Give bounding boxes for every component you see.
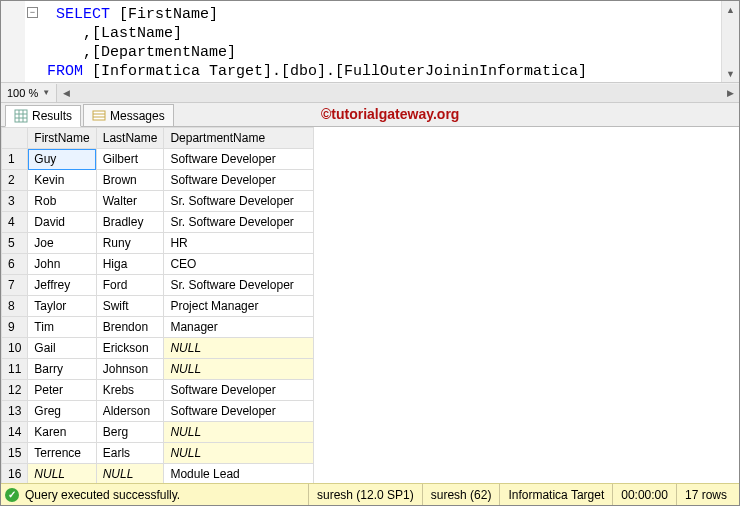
cell-firstname[interactable]: Tim	[28, 317, 96, 338]
editor-vertical-scrollbar[interactable]: ▲ ▼	[721, 1, 739, 83]
cell-department[interactable]: Module Lead	[164, 464, 314, 484]
cell-firstname[interactable]: Taylor	[28, 296, 96, 317]
table-row[interactable]: 9TimBrendonManager	[2, 317, 314, 338]
cell-lastname[interactable]: Gilbert	[96, 149, 164, 170]
row-number-header[interactable]	[2, 128, 28, 149]
editor-gutter	[1, 1, 25, 82]
cell-department[interactable]: Sr. Software Developer	[164, 191, 314, 212]
table-row[interactable]: 1GuyGilbertSoftware Developer	[2, 149, 314, 170]
cell-firstname[interactable]: Greg	[28, 401, 96, 422]
cell-firstname[interactable]: Guy	[28, 149, 96, 170]
zoom-level-selector[interactable]: 100 % ▼	[1, 87, 56, 99]
cell-lastname[interactable]: NULL	[96, 464, 164, 484]
cell-department[interactable]: HR	[164, 233, 314, 254]
cell-lastname[interactable]: Ford	[96, 275, 164, 296]
column-header-department[interactable]: DepartmentName	[164, 128, 314, 149]
code-fold-toggle[interactable]: −	[27, 7, 38, 18]
cell-lastname[interactable]: Brown	[96, 170, 164, 191]
editor-horizontal-scrollbar[interactable]: ◀ ▶	[56, 84, 739, 102]
cell-firstname[interactable]: NULL	[28, 464, 96, 484]
column-header-firstname[interactable]: FirstName	[28, 128, 96, 149]
row-number[interactable]: 3	[2, 191, 28, 212]
table-row[interactable]: 7JeffreyFordSr. Software Developer	[2, 275, 314, 296]
cell-firstname[interactable]: David	[28, 212, 96, 233]
table-row[interactable]: 13GregAldersonSoftware Developer	[2, 401, 314, 422]
cell-firstname[interactable]: Joe	[28, 233, 96, 254]
scroll-up-icon[interactable]: ▲	[722, 1, 739, 19]
table-row[interactable]: 2KevinBrownSoftware Developer	[2, 170, 314, 191]
table-row[interactable]: 10GailEricksonNULL	[2, 338, 314, 359]
row-number[interactable]: 12	[2, 380, 28, 401]
table-row[interactable]: 14KarenBergNULL	[2, 422, 314, 443]
row-number[interactable]: 4	[2, 212, 28, 233]
cell-firstname[interactable]: Kevin	[28, 170, 96, 191]
table-row[interactable]: 12PeterKrebsSoftware Developer	[2, 380, 314, 401]
cell-firstname[interactable]: Gail	[28, 338, 96, 359]
tab-results[interactable]: Results	[5, 105, 81, 127]
row-number[interactable]: 7	[2, 275, 28, 296]
svg-rect-0	[15, 110, 27, 122]
row-number[interactable]: 16	[2, 464, 28, 484]
cell-lastname[interactable]: Swift	[96, 296, 164, 317]
cell-department[interactable]: Sr. Software Developer	[164, 275, 314, 296]
sql-editor-pane[interactable]: − SELECT [FirstName] ,[LastName] ,[Depar…	[1, 1, 739, 83]
row-number[interactable]: 9	[2, 317, 28, 338]
row-number[interactable]: 15	[2, 443, 28, 464]
cell-department[interactable]: CEO	[164, 254, 314, 275]
sql-text[interactable]: SELECT [FirstName] ,[LastName] ,[Departm…	[1, 1, 739, 81]
cell-department[interactable]: Software Developer	[164, 149, 314, 170]
scroll-right-icon[interactable]: ▶	[721, 84, 739, 102]
cell-firstname[interactable]: Barry	[28, 359, 96, 380]
cell-department[interactable]: Sr. Software Developer	[164, 212, 314, 233]
cell-lastname[interactable]: Runy	[96, 233, 164, 254]
cell-department[interactable]: NULL	[164, 338, 314, 359]
table-row[interactable]: 6JohnHigaCEO	[2, 254, 314, 275]
cell-department[interactable]: Software Developer	[164, 401, 314, 422]
table-row[interactable]: 4DavidBradleySr. Software Developer	[2, 212, 314, 233]
cell-lastname[interactable]: Earls	[96, 443, 164, 464]
cell-firstname[interactable]: Terrence	[28, 443, 96, 464]
row-number[interactable]: 1	[2, 149, 28, 170]
cell-lastname[interactable]: Bradley	[96, 212, 164, 233]
cell-firstname[interactable]: Karen	[28, 422, 96, 443]
cell-department[interactable]: Project Manager	[164, 296, 314, 317]
tab-messages[interactable]: Messages	[83, 104, 174, 126]
cell-firstname[interactable]: Peter	[28, 380, 96, 401]
row-number[interactable]: 11	[2, 359, 28, 380]
row-number[interactable]: 8	[2, 296, 28, 317]
svg-rect-5	[93, 111, 105, 120]
table-row[interactable]: 16NULLNULLModule Lead	[2, 464, 314, 484]
cell-lastname[interactable]: Alderson	[96, 401, 164, 422]
cell-department[interactable]: NULL	[164, 443, 314, 464]
cell-firstname[interactable]: John	[28, 254, 96, 275]
cell-lastname[interactable]: Erickson	[96, 338, 164, 359]
cell-department[interactable]: Software Developer	[164, 170, 314, 191]
row-number[interactable]: 2	[2, 170, 28, 191]
row-number[interactable]: 10	[2, 338, 28, 359]
cell-lastname[interactable]: Johnson	[96, 359, 164, 380]
table-row[interactable]: 5JoeRunyHR	[2, 233, 314, 254]
cell-firstname[interactable]: Rob	[28, 191, 96, 212]
cell-department[interactable]: Software Developer	[164, 380, 314, 401]
cell-lastname[interactable]: Krebs	[96, 380, 164, 401]
cell-firstname[interactable]: Jeffrey	[28, 275, 96, 296]
row-number[interactable]: 6	[2, 254, 28, 275]
scroll-left-icon[interactable]: ◀	[57, 84, 75, 102]
cell-department[interactable]: NULL	[164, 422, 314, 443]
scroll-down-icon[interactable]: ▼	[722, 65, 739, 83]
cell-lastname[interactable]: Higa	[96, 254, 164, 275]
row-number[interactable]: 5	[2, 233, 28, 254]
cell-lastname[interactable]: Brendon	[96, 317, 164, 338]
table-row[interactable]: 3RobWalterSr. Software Developer	[2, 191, 314, 212]
cell-lastname[interactable]: Berg	[96, 422, 164, 443]
cell-department[interactable]: Manager	[164, 317, 314, 338]
row-number[interactable]: 13	[2, 401, 28, 422]
cell-lastname[interactable]: Walter	[96, 191, 164, 212]
table-row[interactable]: 8TaylorSwiftProject Manager	[2, 296, 314, 317]
column-header-lastname[interactable]: LastName	[96, 128, 164, 149]
table-row[interactable]: 11BarryJohnsonNULL	[2, 359, 314, 380]
cell-department[interactable]: NULL	[164, 359, 314, 380]
results-pane[interactable]: FirstName LastName DepartmentName 1GuyGi…	[1, 127, 739, 483]
table-row[interactable]: 15TerrenceEarlsNULL	[2, 443, 314, 464]
row-number[interactable]: 14	[2, 422, 28, 443]
